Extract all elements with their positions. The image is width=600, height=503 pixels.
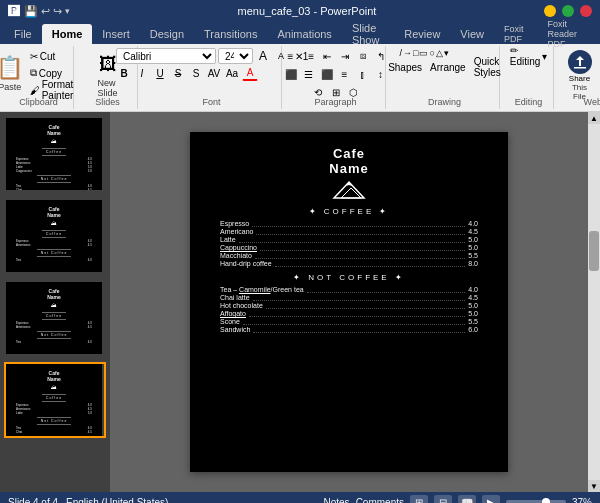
format-painter-button[interactable]: 🖌 Format Painter bbox=[27, 82, 83, 98]
cut-button[interactable]: ✂ Cut bbox=[27, 48, 83, 64]
slide-preview-3: CafeName ⛰ Coffee Espresso4.0 Americano4… bbox=[6, 282, 102, 354]
minimize-btn[interactable] bbox=[544, 5, 556, 17]
chai-price: 4.5 bbox=[468, 294, 478, 301]
affogato-price: 5.0 bbox=[468, 310, 478, 317]
shape-oval[interactable]: ○ bbox=[429, 48, 434, 58]
hotchoc-name: Hot chocolate bbox=[220, 302, 263, 309]
paste-button[interactable]: 📋 Paste bbox=[0, 52, 25, 94]
tab-slideshow[interactable]: Slide Show bbox=[342, 24, 394, 44]
decrease-indent-btn[interactable]: ⇤ bbox=[319, 48, 335, 64]
slide1-items: Espresso4.0 Americano4.5 Latte5.0 Cappuc… bbox=[16, 157, 92, 173]
shapes-icon: Shapes bbox=[388, 62, 422, 73]
slide-sorter-btn[interactable]: ⊟ bbox=[434, 495, 452, 503]
tab-design[interactable]: Design bbox=[140, 24, 194, 44]
scroll-thumb[interactable] bbox=[589, 231, 599, 271]
arrange-btn[interactable]: Arrange bbox=[427, 59, 469, 75]
coffee-label: ✦ Coffee ✦ bbox=[309, 207, 390, 216]
share-label: Share bbox=[569, 74, 590, 83]
copy-icon: ⧉ bbox=[30, 67, 37, 79]
align-right-btn[interactable]: ⬛ bbox=[319, 66, 335, 82]
espresso-price: 4.0 bbox=[468, 220, 478, 227]
align-center-btn[interactable]: ☰ bbox=[301, 66, 317, 82]
tab-view[interactable]: View bbox=[450, 24, 494, 44]
tea-name: Tea – Camomile/Green tea bbox=[220, 286, 304, 293]
tab-home[interactable]: Home bbox=[42, 24, 93, 44]
menu-content: CafeName ✦ Coffee ✦ bbox=[190, 132, 508, 472]
shape-rounded-rect[interactable]: ▭ bbox=[419, 48, 428, 58]
shape-triangle[interactable]: △ bbox=[436, 48, 443, 58]
change-case-btn[interactable]: Aa bbox=[224, 65, 240, 81]
tab-review[interactable]: Review bbox=[394, 24, 450, 44]
quick-styles-icon: Quick Styles bbox=[474, 56, 501, 78]
col-btn[interactable]: ⫿ bbox=[355, 66, 371, 82]
numbered-btn[interactable]: 1≡ bbox=[301, 48, 317, 64]
underline-btn[interactable]: U bbox=[152, 65, 168, 81]
cappuccino-price: 5.0 bbox=[468, 244, 478, 251]
editing-btn[interactable]: ✏ Editing ▾ bbox=[507, 48, 551, 64]
coffee-item-latte: Latte 5.0 bbox=[220, 236, 478, 243]
font-color-btn[interactable]: A bbox=[242, 65, 258, 81]
slide-show-btn[interactable]: ▶ bbox=[482, 495, 500, 503]
normal-view-btn[interactable]: ⊞ bbox=[410, 495, 428, 503]
tea-line bbox=[307, 286, 466, 293]
maximize-btn[interactable] bbox=[562, 5, 574, 17]
char-spacing-btn[interactable]: AV bbox=[206, 65, 222, 81]
share-button[interactable]: Share This File bbox=[562, 48, 597, 103]
latte-price: 5.0 bbox=[468, 236, 478, 243]
font-size-select[interactable]: 24 bbox=[218, 48, 253, 64]
reading-view-btn[interactable]: 📖 bbox=[458, 495, 476, 503]
italic-btn[interactable]: I bbox=[134, 65, 150, 81]
strikethrough-btn[interactable]: S bbox=[170, 65, 186, 81]
slide-thumb-4[interactable]: 4 CafeName ⛰ Coffee Espresso4.0 American… bbox=[4, 362, 106, 438]
bullets-btn[interactable]: ≡ bbox=[283, 48, 299, 64]
tab-file[interactable]: File bbox=[4, 24, 42, 44]
slide1-section2: Not Coffee bbox=[37, 175, 72, 183]
undo-btn[interactable]: ↩ bbox=[41, 5, 50, 18]
shape-more[interactable]: ▾ bbox=[444, 48, 449, 58]
slide2-title: CafeName bbox=[47, 206, 61, 218]
increase-font-btn[interactable]: A bbox=[255, 48, 271, 64]
slide-thumb-3[interactable]: 3 CafeName ⛰ Coffee Espresso4.0 American… bbox=[4, 280, 106, 356]
font-name-select[interactable]: Calibri bbox=[116, 48, 216, 64]
quick-styles-btn[interactable]: Quick Styles bbox=[471, 59, 504, 75]
increase-indent-btn[interactable]: ⇥ bbox=[337, 48, 353, 64]
affogato-name: Affogato bbox=[220, 310, 246, 317]
save-qa-btn[interactable]: 💾 bbox=[24, 5, 38, 18]
shape-arrow[interactable]: → bbox=[403, 48, 412, 58]
tab-animations[interactable]: Animations bbox=[267, 24, 341, 44]
comments-btn[interactable]: Comments bbox=[356, 497, 404, 504]
slide4-title: CafeName bbox=[47, 370, 61, 382]
status-right: Notes Comments ⊞ ⊟ 📖 ▶ 37% bbox=[324, 495, 593, 503]
align-left-btn[interactable]: ⬛ bbox=[283, 66, 299, 82]
slide-thumb-2[interactable]: 2 CafeName ⛰ Coffee Espresso4.0 American… bbox=[4, 198, 106, 274]
close-btn[interactable] bbox=[580, 5, 592, 17]
bold-btn[interactable]: B bbox=[116, 65, 132, 81]
scone-name: Scone bbox=[220, 318, 240, 325]
coffee-item-espresso: Espresso 4.0 bbox=[220, 220, 478, 227]
justify-btn[interactable]: ≡ bbox=[337, 66, 353, 82]
shadow-btn[interactable]: S bbox=[188, 65, 204, 81]
svg-rect-0 bbox=[574, 67, 586, 69]
arrange-row: Shapes Arrange Quick Styles bbox=[385, 59, 504, 75]
shape-line[interactable]: / bbox=[400, 48, 403, 58]
scroll-down-btn[interactable]: ▼ bbox=[588, 480, 600, 492]
notes-btn[interactable]: Notes bbox=[324, 497, 350, 504]
coffee-item-cappuccino: Cappuccino 5.0 bbox=[220, 244, 478, 251]
paste-icon: 📋 bbox=[0, 54, 24, 82]
zoom-thumb[interactable] bbox=[542, 498, 550, 503]
paragraph-group: ≡ 1≡ ⇤ ⇥ ⧇ ↰ ⬛ ☰ ⬛ ≡ ⫿ ↕ ⟲ ⊞ ⬡ Paragraph bbox=[286, 46, 386, 109]
redo-btn[interactable]: ↪ bbox=[53, 5, 62, 18]
tab-transitions[interactable]: Transitions bbox=[194, 24, 267, 44]
smart-art-btn[interactable]: ⧇ bbox=[355, 48, 371, 64]
tab-foxit-reader[interactable]: Foxit Reader PDF bbox=[538, 24, 600, 44]
slide-thumb-1[interactable]: 1 CafeName ⛰ Coffee Espresso4.0 American… bbox=[4, 116, 106, 192]
copy-label: Copy bbox=[39, 68, 62, 79]
zoom-level[interactable]: 37% bbox=[572, 497, 592, 504]
shape-rect[interactable]: □ bbox=[413, 48, 418, 58]
share-icon bbox=[568, 50, 592, 74]
tab-insert[interactable]: Insert bbox=[92, 24, 140, 44]
shapes-btn[interactable]: Shapes bbox=[385, 59, 425, 75]
coffee-item-macchiato: Macchiato 5.5 bbox=[220, 252, 478, 259]
tab-foxit[interactable]: Foxit PDF bbox=[494, 24, 538, 44]
tea-price: 4.0 bbox=[468, 286, 478, 293]
